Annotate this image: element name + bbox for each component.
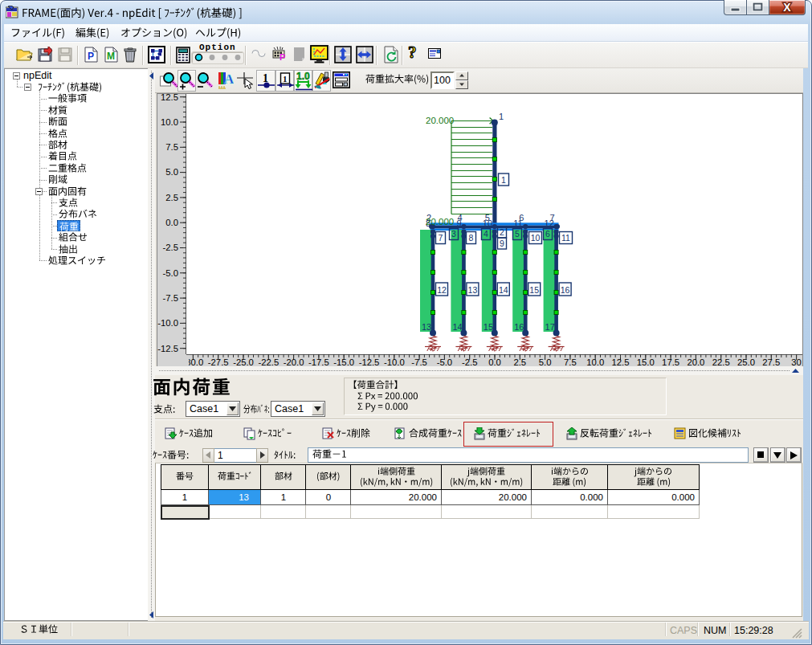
svg-text:-27.5: -27.5 <box>208 357 229 367</box>
svg-text:-10.0: -10.0 <box>157 318 178 328</box>
svg-text:12: 12 <box>545 218 554 228</box>
svg-text:7.5: 7.5 <box>564 357 577 367</box>
svg-text:10: 10 <box>531 233 541 243</box>
svg-text:22.5: 22.5 <box>712 357 730 367</box>
svg-text:16: 16 <box>514 322 524 332</box>
svg-text:-15.0: -15.0 <box>333 357 354 367</box>
svg-text:5: 5 <box>515 229 520 239</box>
svg-text:1: 1 <box>501 175 506 185</box>
svg-text:4: 4 <box>484 229 488 239</box>
svg-text:20.000: 20.000 <box>426 116 454 125</box>
svg-text:5.0: 5.0 <box>539 357 552 367</box>
svg-text:10.0: 10.0 <box>586 357 604 367</box>
svg-text:-22.5: -22.5 <box>258 357 279 367</box>
svg-text:9: 9 <box>500 239 504 248</box>
svg-text:25.0: 25.0 <box>737 357 755 367</box>
svg-text:A: A <box>224 71 234 87</box>
svg-text:2: 2 <box>500 227 504 237</box>
svg-text:11: 11 <box>561 233 570 243</box>
svg-text:-25.0: -25.0 <box>233 357 254 367</box>
svg-text:-12.5: -12.5 <box>157 344 178 353</box>
svg-text:P: P <box>88 51 94 62</box>
svg-text:-5.0: -5.0 <box>163 268 178 278</box>
svg-text:X: X <box>783 1 791 14</box>
svg-text:30: 30 <box>791 357 802 367</box>
svg-text:1.0: 1.0 <box>296 71 310 82</box>
svg-text:20.000: 20.000 <box>426 217 454 227</box>
svg-text:15: 15 <box>484 322 493 332</box>
svg-text:P: P <box>280 52 285 61</box>
svg-text:17: 17 <box>545 322 555 332</box>
svg-text:-10.0: -10.0 <box>384 357 405 367</box>
svg-text:-7.5: -7.5 <box>411 357 426 367</box>
svg-text:15.0: 15.0 <box>637 357 655 367</box>
svg-text:7: 7 <box>439 233 443 243</box>
svg-text:-17.5: -17.5 <box>308 357 329 367</box>
svg-text:20.0: 20.0 <box>687 357 704 367</box>
svg-text:13: 13 <box>422 322 431 332</box>
svg-text:10.0: 10.0 <box>161 117 178 127</box>
svg-text:17.5: 17.5 <box>662 357 679 367</box>
svg-text:-2.5: -2.5 <box>163 243 178 252</box>
svg-text:1: 1 <box>283 74 288 84</box>
svg-text:5.0: 5.0 <box>165 167 178 177</box>
svg-text:2.5: 2.5 <box>513 357 526 367</box>
svg-text:12: 12 <box>437 285 447 295</box>
svg-text:0.0: 0.0 <box>488 357 501 367</box>
svg-text:10: 10 <box>483 218 492 228</box>
svg-text:8: 8 <box>469 233 474 243</box>
svg-text:12.5: 12.5 <box>161 94 178 102</box>
svg-text:13: 13 <box>468 285 478 295</box>
svg-text:14: 14 <box>452 322 462 332</box>
svg-text:-5.0: -5.0 <box>437 357 452 367</box>
svg-text:7.5: 7.5 <box>165 142 178 152</box>
svg-text:-7.5: -7.5 <box>163 293 178 303</box>
svg-text:16: 16 <box>561 285 570 295</box>
svg-text:9: 9 <box>456 218 461 228</box>
svg-text:11: 11 <box>513 218 522 228</box>
svg-text:0.0: 0.0 <box>165 218 178 227</box>
svg-text:-12.5: -12.5 <box>359 357 380 367</box>
svg-text:1: 1 <box>499 112 504 121</box>
svg-text:6: 6 <box>545 229 550 239</box>
svg-text:M: M <box>107 51 115 62</box>
svg-text:-20.0: -20.0 <box>284 357 304 367</box>
svg-text:2.5: 2.5 <box>165 193 178 202</box>
svg-text:3: 3 <box>451 229 456 239</box>
svg-text:27.5: 27.5 <box>762 357 780 367</box>
svg-text:-2.5: -2.5 <box>462 357 477 367</box>
svg-text:12.5: 12.5 <box>612 357 630 367</box>
svg-text:15: 15 <box>529 285 539 295</box>
svg-text:14: 14 <box>499 285 508 295</box>
